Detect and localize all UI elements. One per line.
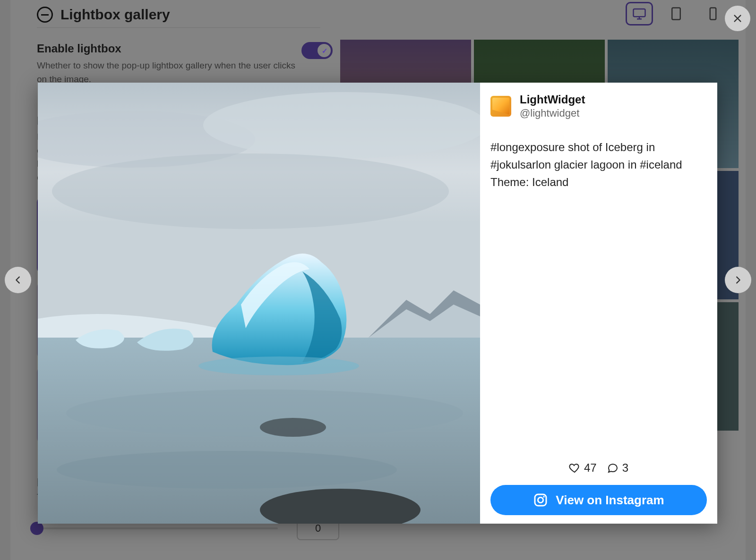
- svg-point-6: [52, 153, 449, 229]
- iceberg-photo: [38, 83, 480, 524]
- likes-stat: 47: [569, 461, 597, 475]
- close-lightbox-button[interactable]: [725, 6, 750, 31]
- svg-point-9: [57, 451, 397, 489]
- next-image-button[interactable]: [725, 267, 751, 293]
- svg-rect-13: [535, 494, 546, 506]
- comment-icon: [607, 462, 619, 474]
- author-name[interactable]: LightWidget: [520, 93, 585, 106]
- prev-image-button[interactable]: [5, 267, 31, 293]
- instagram-icon: [533, 492, 548, 508]
- author-avatar[interactable]: [490, 96, 511, 117]
- view-on-instagram-button[interactable]: View on Instagram: [490, 485, 707, 515]
- cta-label: View on Instagram: [556, 493, 664, 508]
- lightbox-image: [38, 83, 480, 524]
- post-caption: #longexposure shot of Iceberg in #jokuls…: [490, 138, 707, 191]
- lightbox-modal: LightWidget @lightwidget #longexposure s…: [38, 83, 717, 524]
- close-icon: [732, 13, 743, 24]
- comments-count: 3: [622, 461, 628, 475]
- svg-point-5: [203, 92, 480, 158]
- chevron-left-icon: [13, 275, 23, 285]
- author-handle[interactable]: @lightwidget: [520, 107, 585, 119]
- chevron-right-icon: [733, 275, 743, 285]
- likes-count: 47: [584, 461, 597, 475]
- comments-stat: 3: [607, 461, 628, 475]
- heart-icon: [569, 462, 580, 474]
- svg-point-12: [198, 356, 359, 375]
- svg-point-11: [260, 418, 326, 437]
- author-block: LightWidget @lightwidget: [490, 93, 707, 119]
- post-stats: 47 3: [490, 461, 707, 475]
- svg-point-15: [543, 496, 545, 497]
- lightbox-sidebar: LightWidget @lightwidget #longexposure s…: [480, 83, 717, 524]
- svg-point-14: [538, 497, 543, 502]
